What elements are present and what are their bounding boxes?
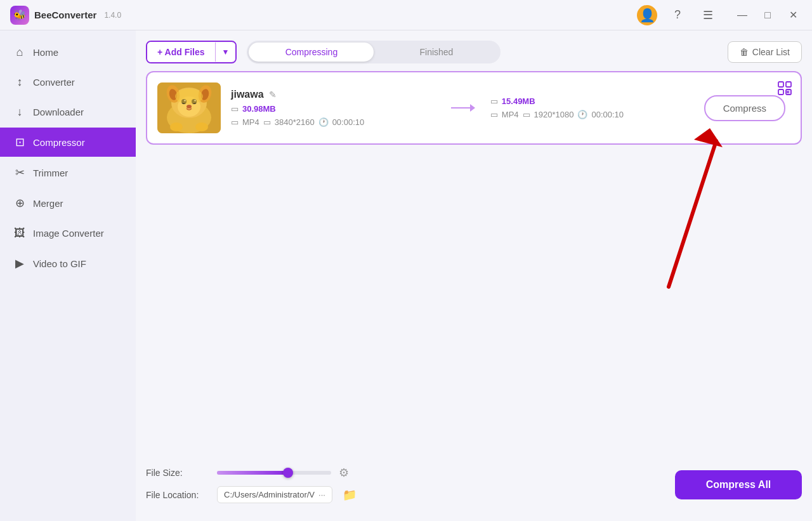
file-thumbnail (157, 82, 221, 133)
sidebar-item-image-converter[interactable]: 🖼 Image Converter (0, 219, 136, 247)
file-settings-icon[interactable] (778, 81, 792, 98)
svg-rect-20 (786, 82, 791, 87)
compress-button[interactable]: Compress (704, 95, 785, 121)
clear-list-button[interactable]: 🗑 Clear List (728, 41, 802, 63)
sidebar-item-home[interactable]: ⌂ Home (0, 38, 136, 67)
sidebar-item-compressor[interactable]: ⊡ Compressor (0, 128, 136, 157)
sidebar-item-downloader[interactable]: ↓ Downloader (0, 98, 136, 126)
trash-icon: 🗑 (740, 47, 749, 57)
sidebar-item-label: Compressor (33, 137, 85, 148)
file-size-row: File Size: ⚙ (146, 466, 662, 480)
output-file-icon: ▭ (490, 96, 498, 106)
trimmer-icon: ✂ (13, 166, 27, 180)
file-location-label: File Location: (146, 490, 209, 500)
output-size-row: ▭ 15.49MB (490, 96, 694, 106)
slider-settings-icon[interactable]: ⚙ (339, 466, 349, 480)
help-icon[interactable]: ? (667, 5, 688, 25)
location-more-button[interactable]: ··· (318, 490, 325, 499)
sidebar: ⌂ Home ↕ Converter ↓ Downloader ⊡ Compre… (0, 30, 136, 521)
add-files-label[interactable]: + Add Files (147, 42, 215, 62)
file-format-input: ▭ MP4 ▭ 3840*2160 🕐 00:00:10 (231, 117, 435, 127)
format-icon: ▭ (231, 117, 239, 127)
output-format-row: ▭ MP4 ▭ 1920*1080 🕐 00:00:10 (490, 110, 694, 119)
bottom-bar: File Size: ⚙ File Location: C:/Users/Adm… (146, 458, 802, 511)
svg-rect-19 (778, 89, 783, 95)
app-logo: 🐝 BeeConverter 1.4.0 (10, 6, 637, 25)
compress-all-button[interactable]: Compress All (675, 470, 802, 499)
svg-point-12 (187, 105, 192, 109)
tab-finished[interactable]: Finished (374, 43, 499, 62)
svg-rect-18 (778, 82, 783, 87)
app-body: ⌂ Home ↕ Converter ↓ Downloader ⊡ Compre… (0, 30, 812, 521)
window-controls: — □ ✕ (733, 6, 802, 24)
svg-line-24 (669, 141, 716, 287)
clear-list-label: Clear List (752, 47, 790, 57)
edit-icon[interactable]: ✎ (269, 89, 277, 100)
add-files-button[interactable]: + Add Files ▼ (146, 41, 237, 63)
converter-icon: ↕ (13, 76, 27, 89)
video-gif-icon: ▶ (13, 256, 27, 270)
file-icon: ▭ (231, 104, 239, 114)
location-input[interactable]: C:/Users/Administrator/V ··· (217, 486, 332, 503)
sidebar-item-converter[interactable]: ↕ Converter (0, 68, 136, 96)
sidebar-item-video-to-gif[interactable]: ▶ Video to GIF (0, 249, 136, 278)
title-bar: 🐝 BeeConverter 1.4.0 👤 ? ☰ — □ ✕ (0, 0, 812, 30)
input-duration: 00:00:10 (332, 117, 365, 127)
avatar-icon[interactable]: 👤 (637, 5, 657, 25)
file-name-row: jiwawa ✎ (231, 89, 435, 100)
menu-icon[interactable]: ☰ (698, 5, 718, 25)
out-dur-icon: 🕐 (577, 110, 587, 119)
sidebar-item-label: Merger (33, 198, 63, 209)
svg-point-13 (175, 89, 203, 104)
file-card: jiwawa ✎ ▭ 30.98MB ▭ MP4 ▭ 3840*2160 🕐 0… (146, 71, 802, 145)
sidebar-item-trimmer[interactable]: ✂ Trimmer (0, 158, 136, 187)
resolution-icon: ▭ (263, 117, 271, 127)
location-path: C:/Users/Administrator/V (224, 490, 315, 499)
svg-marker-17 (470, 104, 475, 112)
main-content: + Add Files ▼ Compressing Finished 🗑 Cle… (136, 30, 812, 521)
sidebar-item-label: Converter (33, 77, 75, 88)
svg-point-14 (170, 122, 183, 131)
file-name: jiwawa (231, 89, 264, 100)
file-size-label: File Size: (146, 468, 209, 478)
close-button[interactable]: ✕ (784, 6, 802, 24)
app-version: 1.4.0 (104, 11, 121, 20)
output-size: 15.49MB (502, 96, 535, 106)
maximize-button[interactable]: □ (759, 6, 776, 24)
input-format: MP4 (242, 117, 259, 127)
arrow-divider (445, 100, 480, 115)
home-icon: ⌂ (13, 46, 27, 59)
sidebar-item-merger[interactable]: ⊕ Merger (0, 188, 136, 218)
out-res-icon: ▭ (523, 110, 530, 119)
slider-fill (217, 471, 285, 475)
logo-icon: 🐝 (10, 6, 29, 25)
folder-icon[interactable]: 📁 (343, 488, 357, 502)
downloader-icon: ↓ (13, 105, 27, 119)
output-duration: 00:00:10 (591, 110, 624, 119)
app-name: BeeConverter (34, 10, 96, 20)
output-resolution: 1920*1080 (534, 110, 574, 119)
sidebar-item-label: Home (33, 47, 58, 58)
sidebar-item-label: Image Converter (33, 228, 104, 239)
image-converter-icon: 🖼 (13, 227, 27, 240)
file-meta-input: ▭ 30.98MB (231, 104, 435, 114)
file-location-row: File Location: C:/Users/Administrator/V … (146, 486, 662, 503)
merger-icon: ⊕ (13, 196, 27, 210)
file-info-output: ▭ 15.49MB ▭ MP4 ▭ 1920*1080 🕐 00:00:10 (490, 96, 694, 119)
input-size: 30.98MB (242, 104, 276, 114)
compressor-icon: ⊡ (13, 135, 27, 149)
out-format-icon: ▭ (490, 110, 498, 119)
add-files-dropdown-arrow[interactable]: ▼ (215, 43, 236, 62)
top-bar: + Add Files ▼ Compressing Finished 🗑 Cle… (146, 41, 802, 63)
svg-point-15 (195, 122, 208, 131)
tab-compressing[interactable]: Compressing (249, 43, 374, 62)
minimize-button[interactable]: — (733, 6, 751, 24)
content-area: jiwawa ✎ ▭ 30.98MB ▭ MP4 ▭ 3840*2160 🕐 0… (146, 71, 802, 451)
sidebar-item-label: Downloader (33, 107, 84, 117)
file-info-input: jiwawa ✎ ▭ 30.98MB ▭ MP4 ▭ 3840*2160 🕐 0… (231, 89, 435, 127)
duration-icon: 🕐 (318, 117, 329, 127)
input-resolution: 3840*2160 (275, 117, 315, 127)
bottom-left: File Size: ⚙ File Location: C:/Users/Adm… (146, 466, 662, 503)
slider-thumb[interactable] (283, 468, 293, 478)
file-size-slider[interactable] (217, 471, 331, 475)
